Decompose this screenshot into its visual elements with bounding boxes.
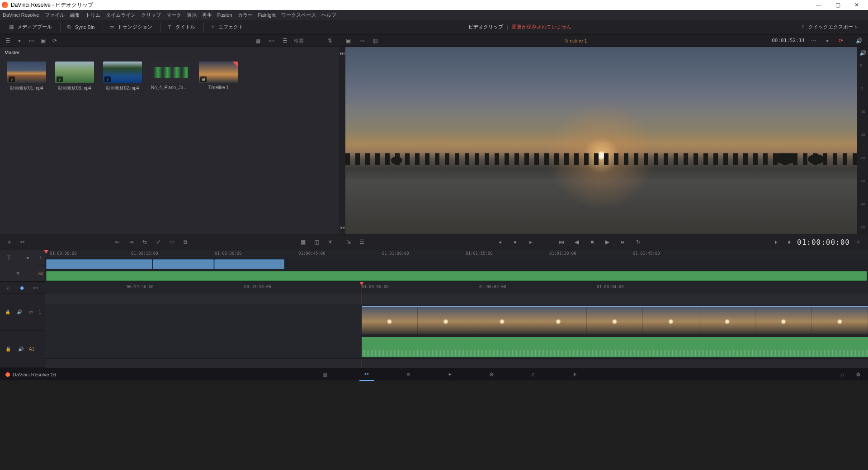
media-clip[interactable]: ♪動画素材02.mp4 bbox=[103, 62, 142, 91]
viewer-mode-2-button[interactable]: ▭ bbox=[357, 36, 366, 45]
transform-button[interactable]: ⇲ bbox=[344, 237, 354, 247]
minimize-button[interactable]: — bbox=[809, 0, 828, 10]
marker-button[interactable]: ◆ bbox=[17, 283, 26, 292]
menu-item[interactable]: Fairlight bbox=[258, 12, 276, 18]
quick-export-button[interactable]: ⇪クイックエクスポート bbox=[794, 22, 863, 33]
mini-clip[interactable] bbox=[46, 271, 867, 281]
fusion-page-button[interactable]: ✦ bbox=[443, 368, 457, 381]
mini-a-label[interactable]: A1 bbox=[36, 266, 45, 282]
split-button[interactable]: ✂ bbox=[18, 237, 27, 247]
append-button[interactable]: ⇥ bbox=[127, 237, 136, 247]
go-first-button[interactable]: ⏮ bbox=[557, 237, 566, 247]
timeline-tool-3[interactable]: ≡ bbox=[14, 269, 23, 278]
video-track-1[interactable] bbox=[45, 304, 868, 336]
mini-video-lane[interactable] bbox=[45, 258, 868, 270]
menu-item[interactable]: カラー bbox=[238, 12, 253, 19]
media-clip[interactable]: ♪動画素材01.mp4 bbox=[7, 62, 46, 91]
play-reverse-button[interactable]: ◀ bbox=[572, 237, 581, 247]
lock-icon[interactable]: 🔒 bbox=[4, 308, 12, 317]
in-point-button[interactable]: ⏵ bbox=[772, 237, 781, 247]
menu-item[interactable]: マーク bbox=[166, 12, 181, 19]
titles-button[interactable]: Tタイトル bbox=[160, 22, 201, 33]
timeline-tool-1[interactable]: T bbox=[5, 253, 14, 262]
home-button[interactable]: ⌂ bbox=[838, 370, 847, 379]
menu-item[interactable]: 編集 bbox=[70, 12, 80, 19]
menu-item[interactable]: DaVinci Resolve bbox=[3, 12, 39, 18]
loop-button[interactable]: ↻ bbox=[634, 237, 643, 247]
snap-button[interactable]: ⌕ bbox=[4, 283, 13, 292]
maximize-button[interactable]: ▢ bbox=[828, 0, 847, 10]
close-up-button[interactable]: ⤢ bbox=[154, 237, 163, 247]
audio-track-1[interactable] bbox=[45, 336, 868, 359]
smart-insert-button[interactable]: ⇤ bbox=[113, 237, 122, 247]
video-clip[interactable] bbox=[362, 306, 868, 334]
sliders-button[interactable]: ☰ bbox=[357, 237, 366, 247]
filter-button[interactable]: ⇅ bbox=[326, 36, 335, 45]
transitions-button[interactable]: ▭トランジション bbox=[103, 22, 158, 33]
speaker-icon[interactable]: 🔊 bbox=[859, 50, 866, 56]
menu-item[interactable]: トリム bbox=[85, 12, 100, 19]
cut-page-button[interactable]: ✂ bbox=[359, 368, 374, 381]
audio-clip[interactable] bbox=[362, 337, 868, 357]
place-on-top-button[interactable]: ▭ bbox=[167, 237, 176, 247]
next-marker-button[interactable]: ▸ bbox=[526, 237, 535, 247]
tools-button-1[interactable]: ▦ bbox=[298, 237, 307, 247]
playhead-timecode[interactable]: 01:00:00:00 bbox=[797, 238, 850, 247]
tools-button-3[interactable]: ☀ bbox=[326, 237, 335, 247]
chevron-down-icon[interactable]: ▾ bbox=[823, 36, 832, 45]
list-view-button[interactable]: ☰ bbox=[280, 36, 289, 45]
bypass-button[interactable]: ⟳ bbox=[836, 36, 845, 45]
prev-marker-button[interactable]: ◂ bbox=[495, 237, 505, 247]
speaker-icon[interactable]: 🔊 bbox=[15, 308, 24, 317]
track-a1-label[interactable]: A1 bbox=[29, 347, 34, 351]
bin-sort-button[interactable]: ☰ bbox=[4, 36, 12, 45]
search-input[interactable] bbox=[294, 38, 321, 43]
main-ruler[interactable]: 00:59:56:00 00:59:58:00 01:00:00:00 01:0… bbox=[45, 282, 868, 294]
close-button[interactable]: ✕ bbox=[847, 0, 866, 10]
new-bin-button[interactable]: ▭ bbox=[27, 36, 35, 45]
chevron-down-icon[interactable]: ▾ bbox=[15, 36, 24, 45]
import-button[interactable]: ▣ bbox=[39, 36, 47, 45]
track-v1-label[interactable]: 1 bbox=[38, 309, 41, 314]
out-point-button[interactable]: ⏴ bbox=[784, 237, 793, 247]
thumbnail-view-button[interactable]: ▦ bbox=[253, 36, 262, 45]
program-viewer[interactable] bbox=[345, 47, 857, 234]
breadcrumb[interactable]: Master bbox=[0, 47, 339, 58]
mini-clip[interactable] bbox=[153, 259, 214, 269]
timeline-clip[interactable]: ⊞Timeline 1 bbox=[199, 62, 238, 91]
refresh-button[interactable]: ⟳ bbox=[51, 36, 59, 45]
media-clip[interactable]: No_4_Piano_Jour… bbox=[151, 62, 190, 91]
menu-item[interactable]: 表示 bbox=[187, 12, 197, 19]
video-enable-icon[interactable]: ▭ bbox=[27, 308, 35, 317]
timeline-options-button[interactable]: ≡ bbox=[854, 237, 863, 247]
effects-button[interactable]: ✧エフェクト bbox=[203, 22, 249, 33]
menu-item[interactable]: 再生 bbox=[202, 12, 212, 19]
mini-clip[interactable] bbox=[46, 259, 152, 269]
mini-clip[interactable] bbox=[214, 259, 284, 269]
media-pool-button[interactable]: ▦メディアプール bbox=[3, 22, 57, 33]
stop-button[interactable]: ■ bbox=[588, 237, 597, 247]
viewer-mode-3-button[interactable]: ▥ bbox=[371, 36, 380, 45]
sync-bin-button[interactable]: ⧉Sync Bin bbox=[60, 22, 100, 33]
menu-item[interactable]: ヘルプ bbox=[321, 12, 336, 19]
go-last-button[interactable]: ⏭ bbox=[618, 237, 627, 247]
deliver-page-button[interactable]: ✈ bbox=[567, 368, 582, 381]
speaker-icon[interactable]: 🔊 bbox=[16, 345, 25, 354]
ripple-overwrite-button[interactable]: ⇆ bbox=[140, 237, 149, 247]
media-page-button[interactable]: ▦ bbox=[318, 368, 332, 381]
lock-icon[interactable]: 🔒 bbox=[4, 345, 13, 354]
timeline-tool-2[interactable]: ⇥ bbox=[22, 253, 31, 262]
color-page-button[interactable]: ❊ bbox=[484, 368, 499, 381]
menu-item[interactable]: クリップ bbox=[141, 12, 161, 19]
source-overwrite-button[interactable]: ⧉ bbox=[181, 237, 190, 247]
boring-detector-button[interactable]: ⎆ bbox=[5, 237, 14, 247]
settings-button[interactable]: ⚙ bbox=[854, 370, 863, 379]
menu-item[interactable]: タイムライン bbox=[106, 12, 136, 19]
mini-ruler[interactable]: 01:00:00:00 01:00:15:00 01:00:30:00 01:0… bbox=[45, 250, 868, 258]
play-button[interactable]: ▶ bbox=[603, 237, 612, 247]
viewer-mode-1-button[interactable]: ▣ bbox=[344, 36, 353, 45]
speaker-icon[interactable]: 🔊 bbox=[854, 36, 863, 45]
playhead-icon[interactable] bbox=[44, 250, 48, 254]
tools-button-2[interactable]: ◫ bbox=[312, 237, 321, 247]
mini-audio-lane[interactable] bbox=[45, 270, 868, 282]
